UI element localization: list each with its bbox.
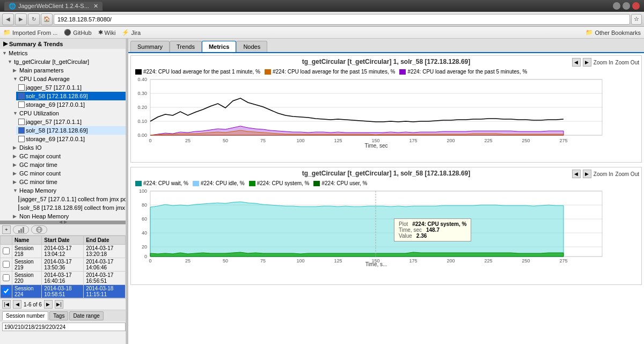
table-row[interactable]: Session 218 2014-03-17 13:04:12 2014-03-…: [1, 245, 126, 258]
session-icon2[interactable]: [31, 225, 47, 234]
sidebar-item-jagger57-util[interactable]: jagger_57 [127.0.1.1]: [16, 118, 126, 126]
legend1-color2: [265, 69, 271, 75]
close-btn[interactable]: [632, 2, 640, 10]
sidebar-item-main-params[interactable]: ▶ Main parameters: [11, 66, 126, 75]
bookmark-github[interactable]: ⚫ GitHub: [64, 29, 91, 36]
sidebar-item-storage69-util[interactable]: storage_69 [127.0.0.1]: [16, 135, 126, 143]
row-checkbox[interactable]: [3, 247, 10, 254]
chart2-back-btn[interactable]: ◀: [572, 170, 581, 178]
sidebar-item-heap-memory[interactable]: ▼ Heap Memory: [11, 186, 126, 195]
url-bar[interactable]: [54, 14, 630, 25]
browser-tab[interactable]: 🌐 JaggerWebClient 1.2.4-S... ✕: [4, 2, 103, 11]
sidebar-item-gc-minor-count[interactable]: ▶ GC minor count: [11, 169, 126, 178]
expand-icon: ▶: [13, 171, 18, 176]
tab-close-icon[interactable]: ✕: [93, 3, 98, 10]
row-check[interactable]: [1, 258, 12, 272]
tab-metrics[interactable]: Metrics: [202, 41, 237, 52]
sidebar-item-solr58-load[interactable]: solr_58 [172.18.128.69]: [16, 92, 126, 100]
tab-summary[interactable]: Summary: [130, 41, 170, 52]
back-button[interactable]: ◀: [2, 13, 14, 25]
chart2-fwd-btn[interactable]: ▶: [583, 170, 591, 178]
checkbox-solr58-load[interactable]: [18, 93, 25, 99]
first-page-btn[interactable]: |◀: [2, 300, 11, 309]
checkbox-jagger57-util[interactable]: [18, 119, 25, 125]
tab-tags[interactable]: Tags: [49, 311, 68, 320]
sidebar-header-label: Summary & Trends: [9, 41, 63, 47]
tab-nodes[interactable]: Nodes: [236, 41, 267, 52]
table-row[interactable]: Session 219 2014-03-17 13:50:36 2014-03-…: [1, 258, 126, 272]
row-checkbox[interactable]: [3, 274, 10, 281]
checkbox-storage69-util[interactable]: [18, 136, 25, 142]
svg-text:100: 100: [139, 188, 147, 194]
svg-text:20: 20: [142, 244, 147, 250]
checkbox-solr58-util[interactable]: [18, 127, 25, 134]
checkbox-storage69-load[interactable]: [18, 101, 25, 108]
row-check[interactable]: [1, 245, 12, 258]
tab-date-range[interactable]: Date range: [69, 311, 103, 320]
chart1-toolbar: ◀ ▶ Zoom In Zoom Out: [572, 58, 639, 67]
session-filter-input[interactable]: [2, 323, 126, 331]
row-end: 2014-03-17 14:06:46: [84, 258, 126, 272]
next-page-btn[interactable]: ▶: [44, 300, 53, 309]
checkbox-solr58-heap[interactable]: [18, 204, 19, 211]
sidebar-item-metrics[interactable]: ▼ Metrics: [0, 49, 126, 57]
sidebar-item-solr58-util[interactable]: solr_58 [172.18.128.69]: [16, 126, 126, 135]
graph-icon: [17, 226, 25, 233]
sidebar-item-cpu-load[interactable]: ▼ CPU Load Average: [11, 75, 126, 83]
bookmark-wiki[interactable]: ✱ Wiki: [98, 29, 116, 36]
chart1-zoomout-btn[interactable]: Zoom Out: [616, 60, 639, 65]
sidebar-item-non-heap[interactable]: ▶ Non Heap Memory: [11, 212, 126, 221]
chart1-zoomin-btn[interactable]: Zoom In: [594, 60, 613, 65]
forward-button[interactable]: ▶: [15, 13, 27, 25]
chart1-back-btn[interactable]: ◀: [572, 58, 581, 67]
gc-major-count-label: GC major count: [19, 153, 61, 159]
expand-icon: ▶: [13, 214, 18, 219]
col-name[interactable]: Name: [12, 236, 42, 245]
bookmark-star[interactable]: ☆: [631, 14, 642, 25]
col-start[interactable]: Start Date: [42, 236, 84, 245]
session-icon1[interactable]: [13, 225, 29, 234]
bookmark-imported[interactable]: 📁 Imported From ...: [3, 29, 57, 36]
row-start: 2014-03-18 10:58:51: [42, 285, 84, 298]
home-button[interactable]: 🏠: [41, 13, 53, 25]
maximize-btn[interactable]: [623, 2, 630, 10]
sidebar-item-gc-major-time[interactable]: ▶ GC major time: [11, 160, 126, 169]
tab-session-number[interactable]: Session number: [2, 311, 48, 320]
sidebar-item-disks-io[interactable]: ▶ Disks IO: [11, 143, 126, 152]
tab-trends[interactable]: Trends: [170, 41, 202, 52]
svg-text:100: 100: [296, 258, 304, 264]
table-row[interactable]: Session 220 2014-03-17 16:40:16 2014-03-…: [1, 272, 126, 285]
sidebar-item-jagger57-heap[interactable]: jagger_57 [127.0.1.1] collect from jmx p…: [16, 195, 126, 203]
chart2-zoomout-btn[interactable]: Zoom Out: [616, 171, 639, 177]
sidebar-item-solr58-heap[interactable]: solr_58 [172.18.128.69] collect from jmx…: [16, 203, 126, 212]
minimize-btn[interactable]: [613, 2, 620, 10]
svg-rect-0: [18, 230, 20, 233]
sidebar-item-cpu-util[interactable]: ▼ CPU Utilization: [11, 109, 126, 118]
sidebar-item-storage69-load[interactable]: storage_69 [127.0.0.1]: [16, 100, 126, 109]
prev-page-btn[interactable]: ◀: [13, 300, 21, 309]
checkbox-jagger57-load[interactable]: [18, 84, 25, 91]
sidebar-item-gc-minor-time[interactable]: ▶ GC minor time: [11, 178, 126, 186]
app-container: ▶ Summary & Trends ▼ Metrics ▼ tg_getCir…: [0, 39, 644, 344]
row-check[interactable]: [1, 272, 12, 285]
sidebar-item-tg-getcircular[interactable]: ▼ tg_getCircular [t_getCircular]: [5, 57, 126, 66]
sidebar-item-jagger57-load[interactable]: jagger_57 [127.0.1.1]: [16, 83, 126, 92]
row-check[interactable]: [1, 285, 12, 298]
sidebar-header-summary[interactable]: ▶ Summary & Trends: [0, 39, 126, 49]
row-checkbox[interactable]: [3, 288, 10, 295]
svg-text:75: 75: [260, 258, 266, 264]
bookmark-github-icon: ⚫: [64, 29, 71, 36]
row-checkbox[interactable]: [3, 261, 10, 268]
bookmark-other[interactable]: 📁 Other Bookmarks: [586, 29, 641, 36]
bookmark-jira[interactable]: ⚡ Jira: [122, 29, 141, 36]
table-row[interactable]: Session 224 2014-03-18 10:58:51 2014-03-…: [1, 285, 126, 298]
add-session-btn[interactable]: +: [2, 225, 11, 234]
last-page-btn[interactable]: ▶|: [55, 300, 63, 309]
col-end[interactable]: End Date: [84, 236, 126, 245]
reload-button[interactable]: ↻: [28, 13, 40, 25]
chart2-zoomin-btn[interactable]: Zoom In: [594, 171, 613, 177]
chart1-fwd-btn[interactable]: ▶: [583, 58, 591, 67]
sidebar-item-gc-major-count[interactable]: ▶ GC major count: [11, 152, 126, 160]
legend1-label2: #224: CPU load average for the past 15 m…: [273, 69, 395, 75]
checkbox-jagger57-heap[interactable]: [18, 196, 19, 202]
